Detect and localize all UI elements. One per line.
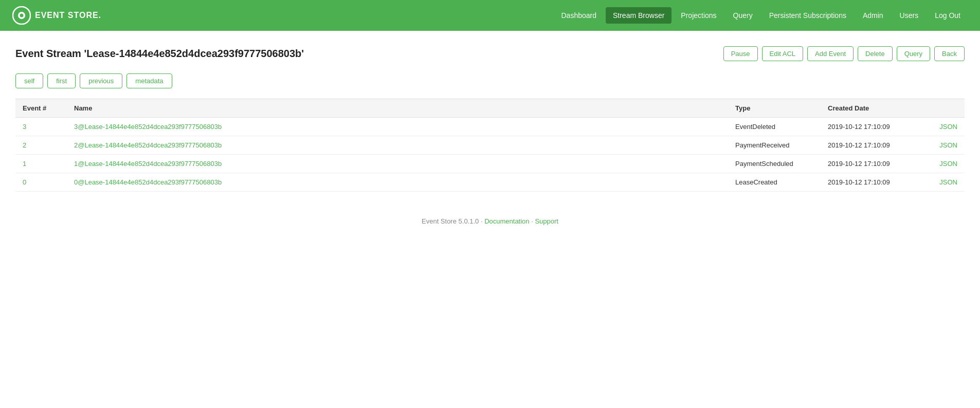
json-link[interactable]: JSON xyxy=(939,141,957,149)
table-row: 1 1@Lease-14844e4e852d4dcea293f977750680… xyxy=(15,155,965,173)
nav-admin[interactable]: Admin xyxy=(856,7,891,24)
cell-name: 1@Lease-14844e4e852d4dcea293f9777506803b xyxy=(67,155,728,173)
nav-persistent-subscriptions[interactable]: Persistent Subscriptions xyxy=(762,7,854,24)
cell-event-num: 0 xyxy=(15,173,67,192)
query-button[interactable]: Query xyxy=(897,46,930,61)
col-header-type: Type xyxy=(728,99,821,118)
add-event-button[interactable]: Add Event xyxy=(807,46,854,61)
main-content: Event Stream 'Lease-14844e4e852d4dcea293… xyxy=(0,31,980,202)
cell-type: PaymentReceived xyxy=(728,136,821,155)
footer-version: Event Store 5.0.1.0 xyxy=(422,217,479,225)
cell-type: LeaseCreated xyxy=(728,173,821,192)
events-table: Event # Name Type Created Date 3 3@Lease… xyxy=(15,99,965,192)
pause-button[interactable]: Pause xyxy=(723,46,758,61)
cell-created-date: 2019-10-12 17:10:09 xyxy=(821,155,923,173)
nav-users[interactable]: Users xyxy=(893,7,926,24)
cell-created-date: 2019-10-12 17:10:09 xyxy=(821,118,923,136)
json-link[interactable]: JSON xyxy=(939,123,957,131)
cell-name: 0@Lease-14844e4e852d4dcea293f9777506803b xyxy=(67,173,728,192)
col-header-event-num: Event # xyxy=(15,99,67,118)
json-link[interactable]: JSON xyxy=(939,160,957,168)
metadata-link[interactable]: metadata xyxy=(126,73,172,88)
nav-projections[interactable]: Projections xyxy=(674,7,723,24)
table-body: 3 3@Lease-14844e4e852d4dcea293f977750680… xyxy=(15,118,965,192)
cell-type: EventDeleted xyxy=(728,118,821,136)
event-num-link[interactable]: 0 xyxy=(23,178,26,186)
event-num-link[interactable]: 3 xyxy=(23,123,26,131)
cell-type: PaymentScheduled xyxy=(728,155,821,173)
page-title-row: Event Stream 'Lease-14844e4e852d4dcea293… xyxy=(15,46,965,61)
cell-name: 3@Lease-14844e4e852d4dcea293f9777506803b xyxy=(67,118,728,136)
cell-json: JSON xyxy=(923,118,965,136)
svg-point-2 xyxy=(20,14,24,17)
logo-text: EVENT STORE. xyxy=(35,11,101,20)
logo-icon xyxy=(12,6,31,25)
event-name-link[interactable]: 0@Lease-14844e4e852d4dcea293f9777506803b xyxy=(74,178,222,186)
col-header-json xyxy=(923,99,965,118)
page-title: Event Stream 'Lease-14844e4e852d4dcea293… xyxy=(15,48,304,60)
col-header-created-date: Created Date xyxy=(821,99,923,118)
footer-sep2: · xyxy=(530,217,535,225)
cell-json: JSON xyxy=(923,155,965,173)
event-num-link[interactable]: 2 xyxy=(23,141,26,149)
footer-documentation-link[interactable]: Documentation xyxy=(484,217,529,225)
nav-stream-browser[interactable]: Stream Browser xyxy=(606,7,672,24)
nav-dashboard[interactable]: Dashboard xyxy=(554,7,604,24)
json-link[interactable]: JSON xyxy=(939,178,957,186)
action-buttons: Pause Edit ACL Add Event Delete Query Ba… xyxy=(723,46,965,61)
edit-acl-button[interactable]: Edit ACL xyxy=(762,46,804,61)
cell-event-num: 3 xyxy=(15,118,67,136)
event-name-link[interactable]: 1@Lease-14844e4e852d4dcea293f9777506803b xyxy=(74,160,222,168)
cell-event-num: 1 xyxy=(15,155,67,173)
nav-logout[interactable]: Log Out xyxy=(928,7,968,24)
delete-button[interactable]: Delete xyxy=(858,46,893,61)
table-row: 0 0@Lease-14844e4e852d4dcea293f977750680… xyxy=(15,173,965,192)
event-num-link[interactable]: 1 xyxy=(23,160,26,168)
previous-link[interactable]: previous xyxy=(80,73,122,88)
col-header-name: Name xyxy=(67,99,728,118)
table-row: 2 2@Lease-14844e4e852d4dcea293f977750680… xyxy=(15,136,965,155)
footer: Event Store 5.0.1.0 · Documentation · Su… xyxy=(0,202,980,235)
main-nav: Dashboard Stream Browser Projections Que… xyxy=(554,7,968,24)
table-header: Event # Name Type Created Date xyxy=(15,99,965,118)
event-name-link[interactable]: 3@Lease-14844e4e852d4dcea293f9777506803b xyxy=(74,123,222,131)
cell-created-date: 2019-10-12 17:10:09 xyxy=(821,136,923,155)
nav-links-row: self first previous metadata xyxy=(15,73,965,88)
self-link[interactable]: self xyxy=(15,73,43,88)
first-link[interactable]: first xyxy=(47,73,76,88)
nav-query[interactable]: Query xyxy=(726,7,760,24)
header: EVENT STORE. Dashboard Stream Browser Pr… xyxy=(0,0,980,31)
back-button[interactable]: Back xyxy=(934,46,965,61)
footer-sep1: · xyxy=(479,217,484,225)
footer-support-link[interactable]: Support xyxy=(535,217,558,225)
cell-json: JSON xyxy=(923,136,965,155)
table-row: 3 3@Lease-14844e4e852d4dcea293f977750680… xyxy=(15,118,965,136)
cell-event-num: 2 xyxy=(15,136,67,155)
event-name-link[interactable]: 2@Lease-14844e4e852d4dcea293f9777506803b xyxy=(74,141,222,149)
cell-json: JSON xyxy=(923,173,965,192)
logo-area: EVENT STORE. xyxy=(12,6,101,25)
cell-created-date: 2019-10-12 17:10:09 xyxy=(821,173,923,192)
cell-name: 2@Lease-14844e4e852d4dcea293f9777506803b xyxy=(67,136,728,155)
